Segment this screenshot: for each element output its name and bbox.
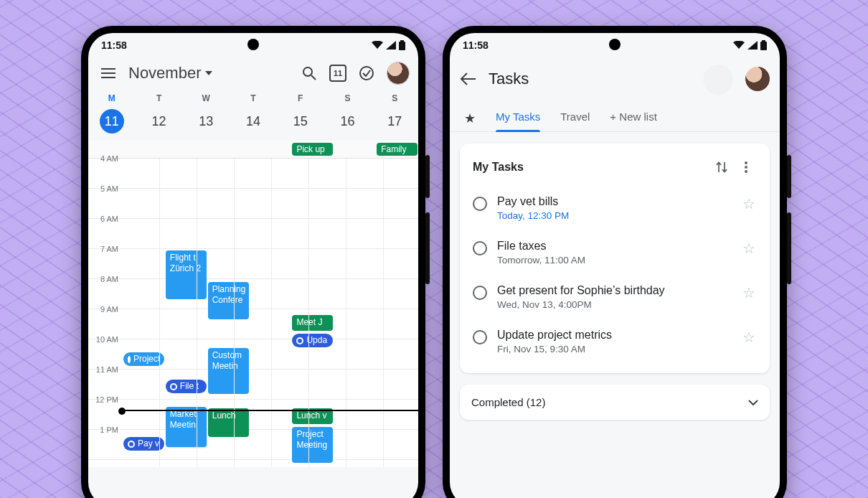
phone-tasks: 11:58 Tasks ★ My Tasks Travel [443, 26, 787, 498]
event-block[interactable]: Project Meeting [292, 427, 333, 463]
event-block[interactable]: Meet J [292, 315, 333, 331]
hour-label: 1 PM [88, 426, 123, 456]
svg-point-2 [303, 67, 312, 76]
date-cell[interactable]: 14 [230, 111, 277, 132]
date-number: 11 [100, 109, 124, 133]
avatar[interactable] [745, 67, 770, 91]
date-number: 17 [387, 114, 402, 128]
svg-rect-0 [399, 42, 405, 50]
date-number: 12 [152, 114, 166, 128]
hour-label: 6 AM [88, 215, 123, 245]
svg-rect-5 [762, 40, 765, 42]
avatar[interactable] [387, 62, 410, 85]
star-icon[interactable]: ☆ [742, 284, 755, 301]
date-cell[interactable]: 16 [324, 111, 372, 132]
task-title: File taxes [497, 240, 732, 253]
task-list: Pay vet bills Today, 12:30 PM ☆ File tax… [463, 187, 767, 370]
day-col-tue[interactable]: Flight t Zürich 2 File t Market Meetin [165, 159, 207, 460]
task-title: Get present for Sophie’s birthday [497, 284, 732, 297]
date-cell[interactable]: 15 [277, 111, 324, 132]
status-icons [733, 40, 767, 50]
event-block[interactable]: Planning Confere [208, 282, 249, 319]
tasks-check-icon[interactable] [357, 63, 377, 83]
card-title: My Tasks [473, 161, 709, 174]
starred-tab-icon[interactable]: ★ [464, 111, 476, 126]
profile-switch-button[interactable] [704, 65, 732, 93]
weekday-label: W [182, 93, 230, 105]
sort-icon[interactable] [709, 155, 734, 179]
star-icon[interactable]: ☆ [742, 329, 755, 346]
event-block[interactable]: Custom Meetin [208, 348, 249, 394]
task-checkbox[interactable] [473, 330, 487, 344]
task-checkbox[interactable] [473, 241, 487, 255]
weekday-label: T [136, 93, 183, 105]
phone-side-button [425, 155, 430, 198]
task-item[interactable]: Get present for Sophie’s birthday Wed, N… [463, 276, 764, 320]
dates-row: 11 12 13 14 15 16 17 [88, 105, 418, 141]
svg-point-3 [360, 67, 373, 80]
battery-icon [760, 40, 767, 50]
allday-event[interactable]: Pick up [292, 143, 333, 156]
hour-label: 12 PM [88, 395, 123, 426]
weekday-label: F [277, 93, 324, 105]
tab-new-list[interactable]: + New list [610, 105, 656, 131]
task-chip[interactable]: Pay v [123, 437, 164, 451]
allday-row: Pick up Family [88, 141, 418, 159]
month-label: November [128, 64, 201, 83]
day-col-fri[interactable]: Meet J Upda Lunch v Project Meeting [291, 159, 334, 460]
task-item[interactable]: File taxes Tomorrow, 11:00 AM ☆ [463, 231, 764, 276]
date-cell[interactable]: 13 [182, 111, 230, 132]
task-checkbox[interactable] [473, 197, 487, 211]
day-col-mon[interactable]: Project Pay v [123, 159, 165, 460]
event-block[interactable]: Lunch [208, 408, 249, 437]
month-picker[interactable]: November [128, 64, 212, 83]
hour-label: 8 AM [88, 275, 123, 305]
task-chip[interactable]: File t [166, 380, 207, 393]
task-checkbox[interactable] [473, 286, 487, 300]
date-number: 13 [199, 114, 213, 128]
weekday-label: S [324, 93, 372, 105]
event-block[interactable]: Market Meetin [166, 407, 207, 447]
hour-label: 9 AM [88, 305, 123, 335]
weekday-row: M T W T F S S [88, 90, 418, 105]
back-icon[interactable] [460, 72, 476, 85]
tab-travel[interactable]: Travel [560, 105, 590, 131]
card-header: My Tasks [463, 154, 767, 187]
app-title: Tasks [489, 70, 529, 88]
day-col-wed[interactable]: Planning Confere Custom Meetin Lunch [207, 159, 250, 460]
today-icon[interactable]: 11 [329, 65, 346, 82]
svg-rect-1 [400, 40, 404, 42]
calendar-grid[interactable]: 4 AM 5 AM 6 AM 7 AM 8 AM 9 AM 10 AM 11 A… [88, 159, 418, 467]
hour-label: 4 AM [88, 154, 123, 184]
event-block[interactable]: Flight t Zürich 2 [166, 250, 207, 299]
day-col-thu[interactable] [250, 159, 292, 460]
date-cell[interactable]: 11 [88, 106, 136, 136]
task-item[interactable]: Pay vet bills Today, 12:30 PM ☆ [463, 187, 764, 231]
menu-icon[interactable] [98, 63, 118, 83]
task-subtitle: Wed, Nov 13, 4:00PM [497, 297, 732, 310]
star-icon[interactable]: ☆ [742, 240, 755, 257]
date-cell[interactable]: 12 [136, 111, 183, 132]
date-cell[interactable]: 17 [371, 111, 418, 132]
phone-side-button [425, 212, 430, 284]
task-chip[interactable]: Upda [292, 334, 333, 347]
wifi-icon [733, 41, 745, 50]
tab-my-tasks[interactable]: My Tasks [496, 105, 540, 131]
task-chip[interactable]: Project [123, 352, 164, 366]
day-col-sat[interactable] [334, 159, 376, 460]
camera-notch [247, 39, 259, 50]
star-icon[interactable]: ☆ [742, 195, 755, 212]
task-item[interactable]: Update project metrics Fri, Nov 15, 9:30… [463, 320, 764, 365]
completed-section[interactable]: Completed (12) [460, 385, 770, 420]
task-subtitle: Tomorrow, 11:00 AM [497, 253, 732, 266]
camera-notch [609, 39, 621, 50]
svg-point-7 [745, 166, 747, 169]
allday-event[interactable]: Family [377, 143, 418, 156]
more-icon[interactable] [734, 155, 758, 179]
search-icon[interactable] [299, 63, 319, 83]
tasks-appbar: Tasks [450, 57, 780, 100]
tasks-screen: 11:58 Tasks ★ My Tasks Travel [450, 33, 780, 498]
task-list-tabs: ★ My Tasks Travel + New list [450, 100, 780, 132]
day-col-sun[interactable] [376, 159, 418, 460]
svg-point-8 [745, 170, 747, 173]
